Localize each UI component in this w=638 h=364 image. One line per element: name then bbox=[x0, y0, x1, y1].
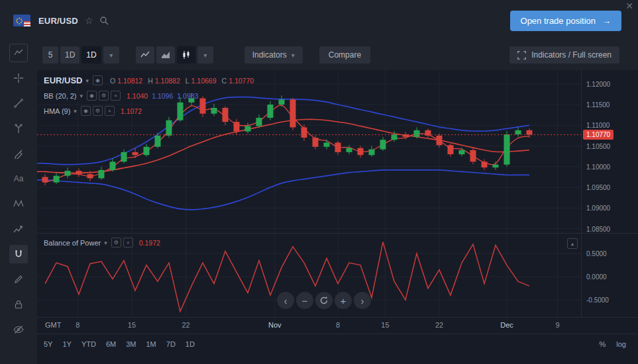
chart-type-dropdown-caret[interactable]: ▾ bbox=[197, 46, 213, 64]
indicators-label: Indicators bbox=[252, 50, 287, 60]
chart-type-candles-button[interactable] bbox=[177, 46, 195, 64]
main-price-pane: EUR/USD ▾ ◉ O1.10812 H1.10882 L1.10669 C… bbox=[37, 70, 638, 234]
header: EUR/USD ☆ Open trade position → bbox=[0, 0, 638, 41]
minus-icon: − bbox=[302, 295, 308, 306]
range-button-6m[interactable]: 6M bbox=[106, 340, 116, 348]
price-axis-label: 1.08500 bbox=[586, 226, 610, 233]
fullscreen-label: Indicators / Full screen bbox=[531, 50, 611, 60]
open-label: O bbox=[110, 77, 115, 85]
hma-value: 1.1072 bbox=[121, 107, 142, 115]
legend-symbol-caret-icon[interactable]: ▾ bbox=[86, 77, 89, 84]
hide-drawings-tool[interactable] bbox=[9, 320, 28, 339]
time-tick-label: 15 bbox=[376, 321, 394, 329]
close-label: C bbox=[222, 77, 227, 85]
time-axis[interactable]: GMT 81522Nov81522Dec9 bbox=[37, 318, 638, 334]
percent-scale-button[interactable]: % bbox=[600, 340, 606, 348]
bb-caret-icon[interactable]: ▾ bbox=[80, 93, 83, 99]
bop-axis[interactable]: 0.50000.0000-0.5000 bbox=[581, 234, 638, 317]
favorite-star-icon[interactable]: ☆ bbox=[85, 15, 93, 26]
text-tool[interactable]: Aa bbox=[9, 169, 28, 188]
hma-eye-icon[interactable]: ◉ bbox=[81, 106, 91, 116]
eurusd-flag-icon bbox=[13, 15, 30, 26]
interval-button-1d-active[interactable]: 1D bbox=[81, 46, 101, 64]
price-axis[interactable]: 1.120001.115001.110001.105001.100001.095… bbox=[581, 70, 638, 233]
fullscreen-button[interactable]: Indicators / Full screen bbox=[509, 46, 619, 64]
pane-collapse-button[interactable]: ▴ bbox=[567, 238, 578, 249]
trading-chart-window: EUR/USD ☆ Open trade position → ✕ 5 1D 1… bbox=[0, 0, 638, 364]
bb-upper-value: 1.1096 bbox=[152, 92, 173, 100]
bb-settings-icon[interactable]: ⚙ bbox=[99, 91, 109, 101]
lock-tool[interactable] bbox=[9, 295, 28, 314]
range-button-1m[interactable]: 1M bbox=[146, 340, 156, 348]
time-tick-label: 8 bbox=[68, 321, 87, 329]
main-legend: EUR/USD ▾ ◉ O1.10812 H1.10882 L1.10669 C… bbox=[44, 75, 254, 121]
pitchfork-tool[interactable] bbox=[9, 119, 28, 138]
interval-button-1d[interactable]: 1D bbox=[60, 46, 80, 64]
brush-tool[interactable] bbox=[9, 144, 28, 163]
crosshair-tool[interactable] bbox=[9, 69, 28, 87]
edit-tool[interactable] bbox=[9, 270, 28, 289]
reset-view-button[interactable] bbox=[315, 292, 333, 309]
price-axis-label: 1.09000 bbox=[586, 205, 610, 212]
high-label: H bbox=[148, 77, 153, 85]
time-tick-label: 15 bbox=[123, 321, 141, 329]
scroll-right-button[interactable]: › bbox=[354, 292, 371, 309]
range-button-1d[interactable]: 1D bbox=[186, 340, 195, 348]
scroll-left-button[interactable]: ‹ bbox=[277, 292, 294, 309]
current-price-tag: 1.10770 bbox=[583, 130, 613, 140]
chart-style-tool[interactable] bbox=[9, 44, 28, 62]
range-button-ytd[interactable]: YTD bbox=[81, 340, 96, 348]
forecast-tool[interactable] bbox=[9, 220, 28, 238]
range-button-5y[interactable]: 5Y bbox=[44, 340, 52, 348]
bb-eye-icon[interactable]: ◉ bbox=[87, 91, 97, 101]
price-axis-label: 1.09500 bbox=[586, 184, 610, 191]
hma-settings-icon[interactable]: ⚙ bbox=[93, 106, 103, 116]
range-button-7d[interactable]: 7D bbox=[166, 340, 176, 348]
bop-axis-label: -0.5000 bbox=[586, 296, 609, 304]
bop-settings-icon[interactable]: ⚙ bbox=[111, 238, 121, 248]
interval-button-5[interactable]: 5 bbox=[42, 46, 58, 64]
time-tick-label: 8 bbox=[329, 321, 347, 329]
range-button-3m[interactable]: 3M bbox=[126, 340, 136, 348]
open-value: 1.10812 bbox=[117, 77, 142, 85]
low-value: 1.10669 bbox=[191, 77, 217, 85]
bb-delete-icon[interactable]: × bbox=[111, 91, 121, 101]
chart-type-line-button[interactable] bbox=[136, 46, 154, 64]
range-buttons: 5Y1YYTD6M3M1M7D1D bbox=[44, 340, 205, 348]
bop-indicator-label: Balance of Power bbox=[44, 239, 101, 247]
arrow-right-icon: → bbox=[602, 16, 611, 26]
range-button-1y[interactable]: 1Y bbox=[62, 340, 71, 348]
compare-button[interactable]: Compare bbox=[319, 46, 370, 64]
search-icon[interactable] bbox=[99, 16, 109, 25]
symbol-title: EUR/USD bbox=[38, 16, 78, 26]
zoom-in-button[interactable]: + bbox=[335, 292, 352, 309]
hma-caret-icon[interactable]: ▾ bbox=[74, 108, 77, 114]
xabcd-pattern-tool[interactable] bbox=[9, 195, 28, 213]
fullscreen-icon bbox=[517, 51, 526, 60]
trend-line-tool[interactable] bbox=[9, 94, 28, 113]
bop-delete-icon[interactable]: × bbox=[123, 238, 133, 248]
compare-label: Compare bbox=[329, 50, 361, 60]
drawing-toolbar: Aa bbox=[0, 44, 37, 364]
bop-caret-icon[interactable]: ▾ bbox=[104, 240, 107, 246]
symbol-eye-icon[interactable]: ◉ bbox=[93, 75, 103, 85]
price-axis-label: 1.11500 bbox=[586, 101, 610, 109]
hma-delete-icon[interactable]: × bbox=[105, 106, 115, 116]
open-trade-button[interactable]: Open trade position → bbox=[510, 11, 621, 31]
hma-indicator-label: HMA (9) bbox=[44, 107, 70, 115]
chart-type-area-button[interactable] bbox=[156, 46, 175, 64]
chevron-left-icon: ‹ bbox=[284, 295, 288, 306]
interval-dropdown-caret[interactable]: ▾ bbox=[103, 46, 119, 64]
close-icon[interactable]: ✕ bbox=[625, 1, 633, 11]
magnet-tool[interactable] bbox=[9, 245, 28, 263]
bb-basis-value: 1.1040 bbox=[127, 92, 148, 100]
price-axis-label: 1.10500 bbox=[586, 143, 610, 150]
bop-legend: Balance of Power ▾ ⚙ × 0.1972 bbox=[44, 238, 160, 253]
chart-region: EUR/USD ▾ ◉ O1.10812 H1.10882 L1.10669 C… bbox=[37, 70, 638, 364]
time-tick-label: 22 bbox=[430, 321, 449, 329]
zoom-out-button[interactable]: − bbox=[296, 292, 313, 309]
bb-indicator-label: BB (20, 2) bbox=[44, 92, 77, 100]
price-axis-label: 1.11000 bbox=[586, 122, 610, 129]
indicators-button[interactable]: Indicators ▾ bbox=[244, 46, 303, 64]
log-scale-button[interactable]: log bbox=[616, 340, 626, 348]
